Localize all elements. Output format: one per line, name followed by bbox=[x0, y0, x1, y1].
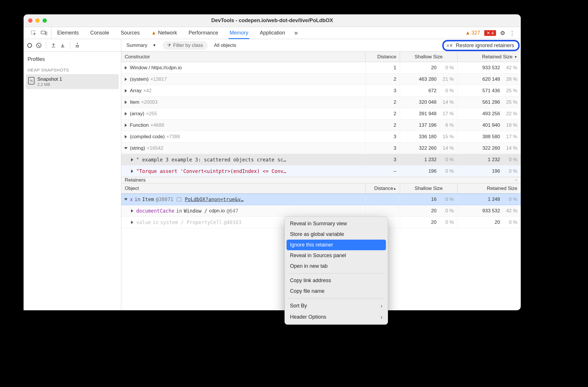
disclosure-icon[interactable] bbox=[131, 221, 133, 224]
window-title: DevTools - codepen.io/web-dot-dev/live/P… bbox=[54, 18, 490, 24]
tab-application[interactable]: Application bbox=[254, 27, 291, 39]
record-icon[interactable] bbox=[26, 42, 33, 49]
table-row[interactable]: (string) ×165423322 26014 %322 26014 % bbox=[121, 143, 521, 154]
device-icon[interactable] bbox=[41, 30, 47, 36]
context-menu: Reveal in Summary viewStore as global va… bbox=[285, 216, 388, 325]
tab-sources[interactable]: Sources bbox=[115, 27, 145, 39]
main-toolbar: Summary▼ ⧩ Filter by class All objects ▼… bbox=[121, 39, 521, 52]
gear-icon[interactable]: ⚙ bbox=[500, 30, 505, 36]
disclosure-icon[interactable] bbox=[131, 170, 133, 173]
tab-performance[interactable]: Performance bbox=[183, 27, 224, 39]
warning-icon: ▲ bbox=[151, 30, 156, 36]
retainers-header: Object Distance▲ Shallow Size Retained S… bbox=[121, 183, 521, 194]
sort-asc-icon: ▲ bbox=[393, 187, 396, 190]
close-icon[interactable] bbox=[28, 18, 32, 23]
col-distance[interactable]: Distance▲ bbox=[366, 183, 400, 193]
kebab-icon[interactable]: ⋮ bbox=[509, 30, 515, 36]
menu-item[interactable]: Copy link address bbox=[285, 275, 388, 286]
error-icon: ✕ bbox=[487, 30, 490, 36]
sidebar: Profiles HEAP SNAPSHOTS Snapshot 1 2.2 M… bbox=[24, 39, 121, 310]
heap-snapshots-heading: HEAP SNAPSHOTS bbox=[28, 64, 117, 74]
devtools-window: DevTools - codepen.io/web-dot-dev/live/P… bbox=[24, 14, 521, 310]
disclosure-icon[interactable] bbox=[124, 147, 128, 149]
constructors-table: Window / https://cdpn.io1200 %933 53242 … bbox=[121, 62, 521, 177]
menu-item[interactable]: Copy file name bbox=[285, 286, 388, 296]
inspect-icon[interactable] bbox=[30, 30, 37, 36]
table-row[interactable]: x in Item @38071PoLdbOX?anon=true&v…160 … bbox=[121, 194, 521, 205]
restore-icon: ≡✕ bbox=[447, 43, 453, 48]
profile-toolbar bbox=[24, 39, 121, 52]
minimize-icon[interactable] bbox=[35, 18, 40, 23]
chevron-down-icon: ▼ bbox=[153, 43, 156, 47]
disclosure-icon[interactable] bbox=[125, 124, 127, 127]
menu-item-submenu[interactable]: Header Options bbox=[285, 311, 388, 323]
svg-rect-1 bbox=[41, 31, 45, 34]
sort-desc-icon: ▼ bbox=[514, 55, 517, 59]
retainers-splitter[interactable]: Retainers ≡ bbox=[121, 177, 521, 183]
table-row[interactable]: Item ×200032320 04814 %561 29625 % bbox=[121, 97, 521, 108]
col-constructor[interactable]: Constructor bbox=[121, 52, 366, 62]
menu-item-submenu[interactable]: Sort By bbox=[285, 300, 388, 311]
source-icon bbox=[177, 197, 181, 201]
snapshot-name: Snapshot 1 bbox=[37, 76, 62, 82]
source-link[interactable]: PoLdbOX?anon=true&v… bbox=[185, 197, 244, 202]
table-row[interactable]: (array) ×2552391 94817 %493 25622 % bbox=[121, 108, 521, 120]
disclosure-icon[interactable] bbox=[125, 101, 127, 104]
disclosure-icon[interactable] bbox=[125, 66, 127, 70]
col-retained[interactable]: Retained Size▼ bbox=[458, 52, 521, 62]
tabs-overflow[interactable]: » bbox=[291, 27, 301, 39]
warnings-badge[interactable]: ▲327 bbox=[465, 30, 480, 36]
disclosure-icon[interactable] bbox=[125, 135, 127, 138]
col-retained[interactable]: Retained Size bbox=[458, 183, 521, 193]
disclosure-icon[interactable] bbox=[124, 198, 128, 201]
tab-network[interactable]: ▲Network bbox=[145, 27, 183, 39]
disclosure-icon[interactable] bbox=[125, 112, 127, 115]
snapshot-size: 2.2 MB bbox=[37, 82, 62, 87]
col-object[interactable]: Object bbox=[121, 183, 366, 193]
view-dropdown[interactable]: Summary▼ bbox=[124, 43, 159, 48]
table-row[interactable]: "Torque assert 'Convert<uintptr>(endInde… bbox=[121, 165, 521, 177]
restore-ignored-retainers-button[interactable]: ≡✕ Restore ignored retainers bbox=[442, 40, 520, 51]
menu-item[interactable]: Store as global variable bbox=[285, 229, 388, 240]
table-row[interactable]: Function ×46892137 1966 %401 94018 % bbox=[121, 120, 521, 131]
tab-memory[interactable]: Memory bbox=[224, 27, 254, 39]
disclosure-icon[interactable] bbox=[125, 78, 127, 81]
zoom-icon[interactable] bbox=[43, 18, 47, 23]
class-filter-input[interactable]: ⧩ Filter by class bbox=[163, 41, 208, 50]
filter-icon: ⧩ bbox=[167, 43, 171, 48]
disclosure-icon[interactable] bbox=[125, 89, 127, 93]
tab-elements[interactable]: Elements bbox=[51, 27, 84, 39]
table-row[interactable]: Window / https://cdpn.io1200 %933 53242 … bbox=[121, 62, 521, 74]
table-row[interactable]: (compiled code) ×73863336 18015 %388 580… bbox=[121, 131, 521, 143]
clear-icon[interactable] bbox=[36, 42, 42, 49]
table-row[interactable]: (system) ×138172463 28021 %620 14828 % bbox=[121, 74, 521, 85]
constructors-header: Constructor Distance Shallow Size Retain… bbox=[121, 52, 521, 62]
menu-item[interactable]: Ignore this retainer bbox=[287, 240, 386, 250]
table-row[interactable]: Array ×4236720 %571 43625 % bbox=[121, 85, 521, 97]
disclosure-icon[interactable] bbox=[131, 209, 133, 213]
tab-console[interactable]: Console bbox=[84, 27, 115, 39]
col-distance[interactable]: Distance bbox=[366, 52, 400, 62]
titlebar: DevTools - codepen.io/web-dot-dev/live/P… bbox=[24, 14, 521, 27]
disclosure-icon[interactable] bbox=[131, 158, 133, 161]
snapshot-item[interactable]: Snapshot 1 2.2 MB bbox=[26, 74, 119, 89]
errors-badge[interactable]: ✕4 bbox=[484, 30, 496, 36]
drag-handle-icon: ≡ bbox=[515, 178, 518, 182]
col-shallow[interactable]: Shallow Size bbox=[400, 52, 458, 62]
save-icon[interactable] bbox=[59, 42, 66, 49]
window-controls bbox=[28, 18, 54, 23]
profiles-heading: Profiles bbox=[28, 55, 117, 64]
gc-icon[interactable] bbox=[74, 42, 80, 49]
menu-item[interactable]: Open in new tab bbox=[285, 261, 388, 272]
load-icon[interactable] bbox=[50, 42, 57, 49]
svg-rect-2 bbox=[45, 32, 47, 35]
table-row[interactable]: " example 3 example 3: scattered objects… bbox=[121, 154, 521, 165]
devtools-tabs: Elements Console Sources ▲Network Perfor… bbox=[24, 27, 521, 39]
warning-icon: ▲ bbox=[465, 30, 470, 36]
table-row[interactable]: documentCache in Window / cdpn.io @64720… bbox=[121, 205, 521, 217]
menu-item[interactable]: Reveal in Summary view bbox=[285, 218, 388, 229]
col-shallow[interactable]: Shallow Size bbox=[400, 183, 458, 193]
snapshot-file-icon bbox=[28, 77, 34, 84]
menu-item[interactable]: Reveal in Sources panel bbox=[285, 250, 388, 261]
